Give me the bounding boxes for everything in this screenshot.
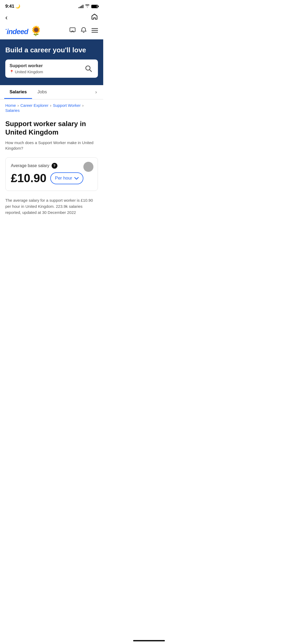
- breadcrumb-home[interactable]: Home: [5, 103, 16, 108]
- brand-bar: ·indeed 🌻: [0, 24, 103, 39]
- salary-amount: £10.90: [11, 172, 47, 184]
- breadcrumb-career-explorer[interactable]: Career Explorer: [20, 103, 48, 108]
- tab-arrow[interactable]: ›: [93, 85, 99, 99]
- salary-card-dot: [83, 162, 93, 172]
- breadcrumb-salaries[interactable]: Salaries: [5, 108, 20, 113]
- menu-icon[interactable]: [92, 28, 98, 34]
- search-box[interactable]: Support worker 📍 United Kingdom: [5, 59, 98, 78]
- location-pin-icon: 📍: [10, 70, 14, 74]
- messages-icon[interactable]: [69, 27, 76, 35]
- tab-jobs[interactable]: Jobs: [32, 85, 52, 99]
- breadcrumb-support-worker[interactable]: Support Worker: [53, 103, 81, 108]
- svg-line-5: [89, 70, 92, 72]
- chevron-down-icon: [74, 176, 79, 181]
- period-select-text: Per hour: [55, 176, 72, 181]
- page-subtitle: How much does a Support Worker make in U…: [5, 140, 98, 151]
- tabs-container: Salaries Jobs ›: [0, 85, 103, 99]
- main-content: Support worker salary in United Kingdom …: [0, 115, 103, 220]
- status-time: 9:41: [5, 4, 14, 9]
- search-location-input[interactable]: 📍 United Kingdom: [10, 70, 43, 74]
- signal-icon: [79, 4, 83, 8]
- page-title: Support worker salary in United Kingdom: [5, 119, 98, 137]
- search-content: Support worker 📍 United Kingdom: [10, 63, 43, 74]
- home-button[interactable]: [91, 13, 98, 22]
- sunflower-icon: 🌻: [30, 25, 42, 36]
- breadcrumb: Home › Career Explorer › Support Worker …: [0, 99, 103, 115]
- top-nav: ‹: [0, 11, 103, 24]
- brand-right: [69, 27, 98, 35]
- hero-title: Build a career you'll love: [5, 46, 98, 55]
- breadcrumb-sep-2: ›: [50, 103, 51, 108]
- status-icons: [79, 4, 98, 9]
- breadcrumb-sep-3: ›: [82, 103, 84, 108]
- tab-salaries[interactable]: Salaries: [4, 85, 32, 99]
- hero-banner: Build a career you'll love Support worke…: [0, 39, 103, 85]
- period-select[interactable]: Per hour: [50, 172, 83, 184]
- help-icon[interactable]: ?: [52, 163, 57, 169]
- indeed-logo: ·indeed: [5, 26, 28, 36]
- brand-left: ·indeed 🌻: [5, 25, 42, 36]
- battery-icon: [91, 5, 98, 8]
- status-bar: 9:41 🌙: [0, 0, 103, 11]
- bell-icon[interactable]: [80, 27, 87, 35]
- breadcrumb-sep-1: ›: [17, 103, 19, 108]
- salary-description: The average salary for a support worker …: [5, 197, 98, 216]
- avg-label: Average base salary ?: [11, 163, 92, 169]
- wifi-icon: [85, 4, 90, 9]
- search-job-input[interactable]: Support worker: [10, 63, 43, 68]
- back-button[interactable]: ‹: [5, 13, 8, 22]
- moon-icon: 🌙: [15, 4, 20, 9]
- salary-row: £10.90 Per hour: [11, 172, 92, 184]
- search-button[interactable]: [83, 63, 94, 74]
- salary-card: Average base salary ? £10.90 Per hour: [5, 157, 98, 191]
